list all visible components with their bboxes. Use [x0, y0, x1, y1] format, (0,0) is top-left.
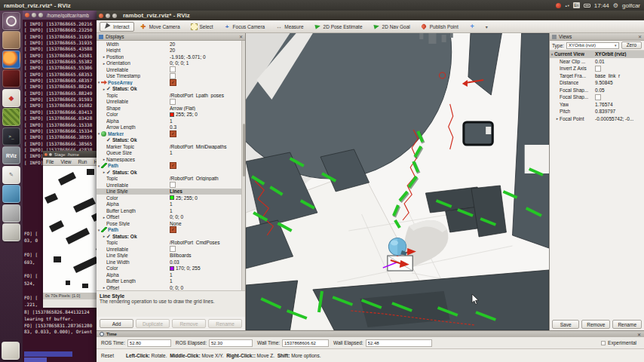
display-property-row[interactable]: Topic /RobotPort_CmdPoses: [97, 240, 245, 247]
maximize-icon[interactable]: [112, 14, 117, 18]
reset-button[interactable]: Reset: [101, 353, 114, 358]
property-value[interactable]: [170, 79, 245, 86]
close-icon[interactable]: [99, 14, 103, 18]
display-property-row[interactable]: ▸ Status: Ok: [97, 86, 245, 93]
tool-button[interactable]: Focus Camera: [219, 22, 270, 32]
launcher-icon[interactable]: [2, 12, 20, 30]
display-property-row[interactable]: Topic /RobotPort_Originpath: [97, 176, 245, 183]
rviz-window[interactable]: rambot_rviz.rviz* - RViz Interact Move C…: [97, 11, 644, 362]
property-value[interactable]: 20: [170, 48, 245, 53]
time-field-input[interactable]: [209, 339, 253, 347]
session-user-label[interactable]: golfcar: [622, 2, 640, 9]
display-property-row[interactable]: Line Style Lines: [97, 189, 245, 195]
property-value[interactable]: 0.839797: [595, 109, 644, 114]
keyboard-layout-icon[interactable]: En: [573, 2, 580, 8]
property-value[interactable]: 1: [170, 118, 245, 124]
launcher-icon[interactable]: >_: [2, 127, 20, 146]
property-value[interactable]: 0; 0; 0: [170, 285, 245, 290]
close-icon[interactable]: [44, 153, 48, 156]
property-value[interactable]: 0.05: [595, 87, 644, 93]
property-value[interactable]: [170, 73, 245, 79]
property-value[interactable]: /RobotPort_Originpath: [170, 176, 245, 181]
property-value[interactable]: -1.916; -5.071; 0: [170, 54, 245, 60]
property-value[interactable]: 1: [170, 201, 245, 207]
display-property-row[interactable]: Width 20: [97, 41, 245, 48]
property-value[interactable]: 20: [170, 41, 245, 47]
property-value[interactable]: 0.3: [170, 124, 245, 130]
property-value[interactable]: /RobotPort_CmdPoses: [170, 240, 245, 245]
display-property-row[interactable]: Unreliable: [97, 182, 245, 189]
scrollbar-thumb[interactable]: [243, 124, 246, 176]
launcher-icon[interactable]: [2, 223, 20, 241]
display-property-row[interactable]: Color 255; 25; 0: [97, 112, 245, 118]
property-value[interactable]: Arrow (Flat): [170, 106, 245, 111]
property-value[interactable]: 1: [170, 272, 245, 278]
display-property-row[interactable]: Height 20: [97, 48, 245, 54]
display-property-row[interactable]: Color 25; 255; 0: [97, 195, 245, 201]
time-field-input[interactable]: [282, 339, 329, 347]
display-action-button[interactable]: Rename: [208, 319, 242, 328]
views-panel-header[interactable]: Views ✕: [550, 33, 644, 41]
display-property-row[interactable]: Unreliable: [97, 99, 245, 106]
menu-item[interactable]: Run: [78, 159, 87, 164]
launcher-icon[interactable]: [2, 185, 20, 203]
display-property-row[interactable]: ▸ Offset 0; 0; 0: [97, 214, 245, 221]
display-property-row[interactable]: Color 170; 0; 255: [97, 265, 245, 272]
view-property-row[interactable]: Invert Z Axis: [550, 65, 644, 72]
display-property-row[interactable]: Queue Size 1: [97, 150, 245, 157]
property-value[interactable]: 255; 25; 0: [170, 112, 245, 117]
display-action-button[interactable]: Duplicate: [136, 319, 170, 328]
display-property-row[interactable]: Shape Arrow (Flat): [97, 105, 245, 112]
display-property-row[interactable]: Buffer Length 1: [97, 207, 245, 214]
property-value[interactable]: None: [170, 221, 245, 226]
display-property-row[interactable]: ▾ Path: [97, 163, 245, 170]
minimize-icon[interactable]: [32, 13, 36, 17]
property-value[interactable]: base_link_r: [595, 73, 644, 78]
property-value[interactable]: 0; 0; 0: [170, 214, 245, 219]
view-action-button[interactable]: Save: [552, 320, 579, 329]
launcher-icon[interactable]: [2, 51, 20, 69]
view-type-dropdown[interactable]: XYOrbit (rviz) ▾: [566, 42, 619, 49]
display-property-row[interactable]: ▸ Position -1.916; -5.071; 0: [97, 54, 245, 60]
displays-scrollbar[interactable]: [241, 41, 245, 290]
view-property-row[interactable]: Distance 9.50845: [550, 79, 644, 87]
view-property-row[interactable]: ▸ Focal Point -0.00055742; -0...: [550, 115, 644, 123]
property-value[interactable]: [170, 162, 245, 169]
launcher-icon[interactable]: [2, 108, 20, 126]
property-value[interactable]: [170, 99, 245, 105]
property-value[interactable]: 1.76574: [595, 102, 644, 107]
display-property-row[interactable]: Unreliable: [97, 66, 245, 73]
experimental-checkbox[interactable]: [601, 341, 606, 345]
view-property-row[interactable]: Focal Shap...: [550, 94, 644, 101]
display-property-row[interactable]: Line Style Billboards: [97, 253, 245, 259]
display-property-row[interactable]: ▾ PoseArray: [97, 79, 245, 86]
display-property-row[interactable]: ▸ Status: Ok: [97, 169, 245, 176]
property-value[interactable]: 9.50845: [595, 80, 644, 85]
close-icon[interactable]: [25, 13, 29, 17]
view-action-button[interactable]: Remove: [581, 320, 610, 329]
display-property-row[interactable]: Alpha 1: [97, 201, 245, 208]
display-property-row[interactable]: Status: Ok: [97, 137, 245, 144]
tool-button[interactable]: Move Camera: [136, 22, 185, 32]
gear-icon[interactable]: ⚙: [613, 2, 618, 9]
view-property-row[interactable]: Near Clip ... 0.01: [550, 58, 644, 66]
zero-button[interactable]: Zero: [621, 41, 642, 49]
display-property-row[interactable]: Alpha 1: [97, 118, 245, 124]
display-property-row[interactable]: Buffer Length 1: [97, 278, 245, 285]
property-value[interactable]: 1: [170, 208, 245, 213]
view-action-button[interactable]: Rename: [612, 320, 642, 329]
property-value[interactable]: [170, 130, 245, 137]
tool-button[interactable]: Interact: [100, 22, 134, 32]
menu-item[interactable]: File: [46, 159, 54, 164]
launcher-icon[interactable]: [2, 204, 20, 222]
close-icon[interactable]: ✕: [637, 332, 641, 337]
view-property-row[interactable]: Focal Shap... 0.05: [550, 87, 644, 94]
property-value[interactable]: 25; 255; 0: [170, 195, 245, 201]
tool-button[interactable]: Measure: [271, 22, 308, 32]
view-property-row[interactable]: Target Fra... base_link_r: [550, 72, 644, 80]
view-property-row[interactable]: ▾ Current View XYOrbit (rviz): [550, 51, 644, 58]
display-property-row[interactable]: ▸ Offset 0; 0; 0: [97, 284, 245, 290]
battery-icon[interactable]: [584, 4, 590, 8]
display-property-row[interactable]: Arrow Length 0.3: [97, 124, 245, 131]
property-value[interactable]: 170; 0; 255: [170, 265, 245, 271]
